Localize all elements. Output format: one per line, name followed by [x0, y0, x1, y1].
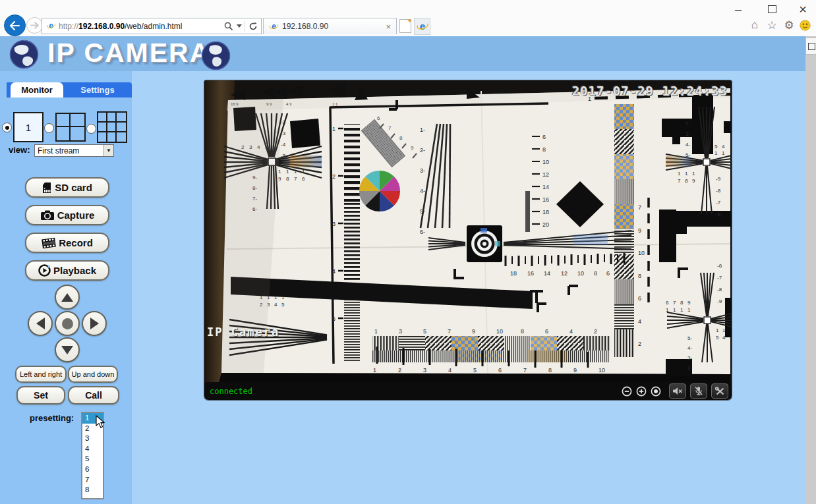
- live-video-stream[interactable]: 16:99:34:31:1 1: [204, 80, 732, 382]
- svg-text:3-: 3-: [685, 131, 690, 137]
- page-scrollbar[interactable]: [805, 36, 816, 504]
- svg-text:7: 7: [448, 328, 451, 335]
- ie-window: { "colors": { "header_bg": "#82b7e8", "s…: [0, 0, 816, 504]
- preset-option-3[interactable]: 3: [82, 434, 103, 444]
- svg-text:3-: 3-: [687, 355, 692, 361]
- feedback-smiley-icon[interactable]: [798, 18, 812, 32]
- preset-option-2[interactable]: 2: [82, 424, 103, 434]
- svg-text:1: 1: [673, 307, 676, 313]
- ptz-center-button[interactable]: [55, 311, 80, 336]
- capture-button[interactable]: Capture: [25, 205, 109, 225]
- focus-icon[interactable]: [650, 385, 661, 397]
- home-icon[interactable]: ⌂: [747, 18, 762, 32]
- settings-tools-button[interactable]: [711, 383, 728, 399]
- tab-settings[interactable]: Settings: [63, 82, 132, 98]
- svg-text:9: 9: [472, 328, 475, 335]
- sd-card-button[interactable]: SD card: [25, 177, 109, 198]
- mute-speaker-button[interactable]: [669, 383, 686, 399]
- playback-button[interactable]: Playback: [25, 260, 109, 281]
- svg-text:1: 1: [716, 327, 719, 333]
- preset-option-5[interactable]: 5: [82, 454, 103, 464]
- call-button[interactable]: Call: [68, 386, 119, 405]
- set-button[interactable]: Set: [16, 386, 65, 405]
- preset-option-4[interactable]: 4: [82, 444, 103, 455]
- svg-text:4: 4: [722, 335, 726, 341]
- svg-text:4: 4: [638, 318, 641, 325]
- preset-option-6[interactable]: 6: [82, 464, 103, 475]
- presetting-listbox[interactable]: 1 2 3 4 5 6 7 8: [81, 412, 104, 499]
- left-right-scan-button[interactable]: Left and right: [15, 366, 67, 383]
- svg-text:-8: -8: [716, 188, 721, 194]
- svg-text:5: 5: [332, 316, 335, 322]
- select-dropdown-icon: ▼: [103, 145, 113, 156]
- address-bar[interactable]: e http://192.168.0.90/web/admin.html: [42, 18, 262, 34]
- ptz-right-button[interactable]: [82, 311, 107, 336]
- down-arrow-icon: [61, 346, 73, 354]
- browser-tab[interactable]: e 192.168.0.90 ×: [263, 18, 397, 34]
- ie-suggested-sites-button[interactable]: e: [414, 18, 430, 35]
- svg-text:8: 8: [685, 178, 688, 184]
- svg-text:12: 12: [542, 171, 549, 178]
- url-text: http://192.168.0.90/web/admin.html: [59, 22, 182, 31]
- preset-option-7[interactable]: 7: [82, 475, 103, 486]
- svg-text:10: 10: [638, 250, 645, 256]
- svg-text:3: 3: [332, 221, 335, 227]
- svg-text:2-: 2-: [420, 147, 425, 154]
- new-tab-sparkle-icon: ✦: [407, 17, 413, 24]
- maximize-button[interactable]: [762, 3, 782, 16]
- svg-text:1: 1: [286, 169, 289, 175]
- presetting-label: presetting:: [30, 413, 74, 423]
- favorites-star-icon[interactable]: ☆: [765, 18, 779, 32]
- right-arrow-icon: [90, 318, 99, 329]
- search-dropdown-caret[interactable]: [237, 24, 242, 28]
- svg-text:8: 8: [521, 328, 524, 335]
- microphone-button[interactable]: [690, 383, 707, 399]
- settings-gear-icon[interactable]: ⚙: [782, 18, 796, 32]
- forward-button[interactable]: [26, 17, 43, 34]
- svg-text:14: 14: [544, 270, 550, 277]
- new-tab-button[interactable]: ✦: [399, 19, 411, 33]
- tab-title: 192.168.0.90: [282, 22, 328, 31]
- zoom-in-icon[interactable]: [635, 385, 647, 397]
- svg-text:6: 6: [545, 328, 548, 335]
- tab-monitor[interactable]: Monitor: [11, 82, 63, 98]
- zoom-out-icon[interactable]: [621, 385, 632, 397]
- layout-nine-box[interactable]: [97, 111, 127, 143]
- svg-text:1: 1: [294, 169, 297, 175]
- svg-text:3: 3: [399, 328, 402, 335]
- preset-option-8[interactable]: 8: [82, 485, 103, 495]
- layout-quad-box[interactable]: [55, 113, 86, 142]
- up-down-scan-button[interactable]: Up and down: [68, 366, 118, 383]
- svg-text:9: 9: [278, 176, 281, 182]
- svg-text:6: 6: [377, 115, 380, 121]
- preset-option-1[interactable]: 1: [82, 413, 103, 424]
- refresh-icon[interactable]: [248, 21, 258, 32]
- ptz-down-button[interactable]: [55, 337, 80, 362]
- svg-text:1:1: 1:1: [332, 102, 338, 106]
- tab-close-button[interactable]: ×: [386, 22, 396, 32]
- radio-view-nine[interactable]: [86, 124, 96, 134]
- ptz-left-button[interactable]: [28, 311, 53, 336]
- radio-view-quad[interactable]: [44, 123, 54, 133]
- svg-text:5: 5: [714, 144, 718, 150]
- svg-text:1: 1: [687, 307, 691, 313]
- svg-text:-3: -3: [281, 130, 286, 136]
- tools-icon: [715, 387, 725, 396]
- minimize-button[interactable]: –: [728, 3, 748, 16]
- record-button[interactable]: Record: [25, 233, 109, 253]
- back-button[interactable]: [4, 14, 26, 36]
- stream-select[interactable]: First stream ▼: [34, 144, 114, 157]
- search-icon[interactable]: [223, 21, 234, 32]
- svg-text:4: 4: [722, 144, 725, 150]
- svg-text:6: 6: [542, 134, 546, 140]
- radio-view-single[interactable]: [2, 123, 12, 132]
- close-button[interactable]: ×: [793, 3, 813, 16]
- svg-text:2: 2: [594, 328, 597, 335]
- svg-text:3: 3: [423, 367, 426, 374]
- svg-text:9: 9: [687, 300, 691, 306]
- ptz-up-button[interactable]: [55, 285, 80, 310]
- svg-text:6: 6: [606, 270, 610, 277]
- speaker-muted-icon: [672, 387, 683, 395]
- layout-single-box[interactable]: 1: [13, 112, 44, 142]
- scrollbar-top-button[interactable]: [805, 38, 816, 55]
